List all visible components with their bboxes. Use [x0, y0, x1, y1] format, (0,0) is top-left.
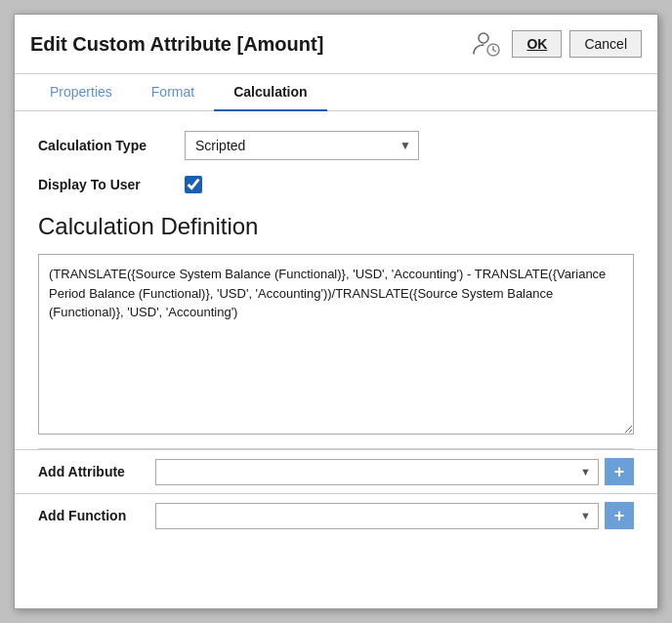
display-to-user-row: Display To User	[38, 176, 634, 193]
calculation-type-row: Calculation Type Scripted ▼	[38, 131, 634, 160]
header-actions: OK Cancel	[469, 26, 642, 62]
dialog-title: Edit Custom Attribute [Amount]	[30, 33, 323, 56]
add-function-button[interactable]: +	[605, 502, 634, 529]
tab-properties[interactable]: Properties	[30, 74, 132, 111]
calculation-type-select[interactable]: Scripted	[185, 131, 419, 160]
add-attribute-row: Add Attribute ▼ +	[15, 449, 657, 493]
calculation-type-select-wrapper: Scripted ▼	[185, 131, 419, 160]
dialog-header: Edit Custom Attribute [Amount] OK Cancel	[15, 15, 657, 74]
add-attribute-button[interactable]: +	[605, 458, 634, 485]
display-to-user-checkbox[interactable]	[185, 176, 202, 193]
calculation-definition-textarea[interactable]: (TRANSLATE({Source System Balance (Funct…	[38, 254, 634, 435]
display-to-user-label: Display To User	[38, 177, 185, 192]
add-attribute-select[interactable]	[155, 459, 599, 485]
ok-button[interactable]: OK	[512, 30, 562, 58]
add-function-select[interactable]	[155, 503, 599, 529]
add-function-row: Add Function ▼ +	[15, 493, 657, 537]
add-attribute-select-wrapper: ▼	[155, 459, 599, 485]
calculation-type-label: Calculation Type	[38, 138, 185, 153]
section-title: Calculation Definition	[38, 213, 634, 240]
tab-format[interactable]: Format	[132, 74, 214, 111]
tab-calculation[interactable]: Calculation	[214, 74, 326, 111]
tab-bar: Properties Format Calculation	[15, 74, 657, 111]
user-settings-icon[interactable]	[469, 26, 504, 62]
dialog-body: Calculation Type Scripted ▼ Display To U…	[15, 111, 657, 608]
add-attribute-label: Add Attribute	[38, 464, 155, 479]
add-function-select-wrapper: ▼	[155, 503, 599, 529]
svg-point-4	[492, 49, 494, 51]
add-function-label: Add Function	[38, 508, 155, 523]
cancel-button[interactable]: Cancel	[569, 30, 642, 58]
edit-custom-attribute-dialog: Edit Custom Attribute [Amount] OK Cancel…	[14, 14, 658, 609]
svg-point-0	[479, 33, 488, 43]
bottom-rows: Add Attribute ▼ + Add Function ▼	[38, 448, 634, 537]
